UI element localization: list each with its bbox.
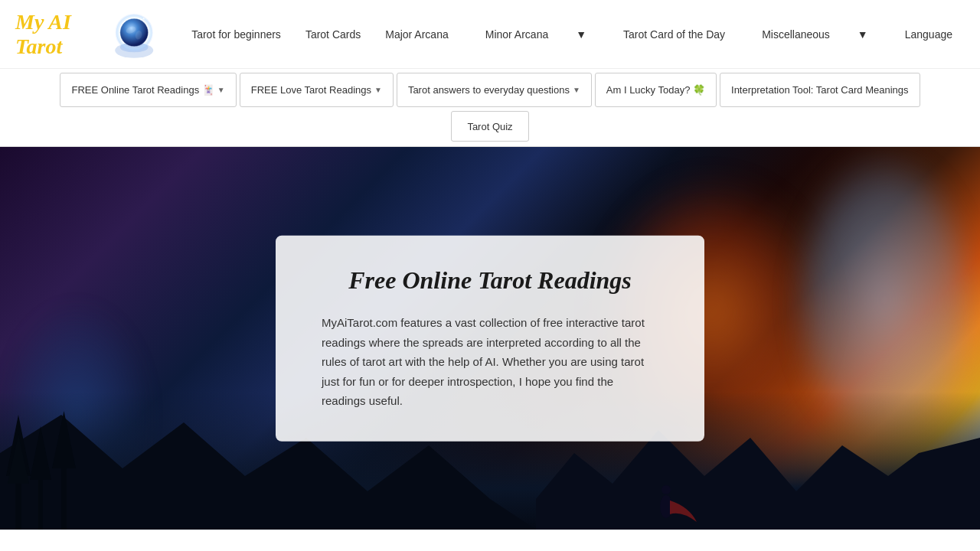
- nav-item-minor-arcana[interactable]: Minor Arcana ▼: [461, 0, 611, 69]
- nav-item-cards[interactable]: Tarot Cards: [293, 0, 373, 69]
- logo-globe-icon: [112, 8, 156, 61]
- svg-rect-18: [61, 465, 67, 530]
- svg-point-8: [142, 18, 144, 19]
- top-nav-list: Tarot for beginners Tarot Cards Major Ar…: [179, 0, 965, 69]
- chevron-down-icon: ▼: [573, 86, 580, 94]
- nav-interpretation-tool[interactable]: Interpretation Tool: Tarot Card Meanings: [720, 73, 920, 107]
- svg-point-21: [662, 485, 671, 494]
- nav-tarot-quiz[interactable]: Tarot Quiz: [451, 111, 528, 142]
- nav-item-miscellaneous[interactable]: Miscellaneous ▼: [737, 0, 893, 69]
- nav-free-love-readings[interactable]: FREE Love Tarot Readings ▼: [240, 73, 394, 107]
- nav-link-language[interactable]: Language: [893, 0, 965, 69]
- chevron-down-icon: ▼: [845, 0, 880, 69]
- hero-description: MyAiTarot.com features a vast collection…: [322, 313, 658, 411]
- second-nav-row2: Tarot Quiz: [0, 111, 980, 146]
- chevron-down-icon: ▼: [564, 0, 599, 69]
- svg-point-2: [120, 18, 149, 47]
- hero-title: Free Online Tarot Readings: [322, 266, 658, 295]
- chevron-down-icon: ▼: [217, 86, 225, 94]
- nav-item-beginners[interactable]: Tarot for beginners: [179, 0, 293, 69]
- nav-link-minor-arcana[interactable]: Minor Arcana ▼: [461, 0, 611, 69]
- logo-text: My AI Tarot: [15, 10, 106, 59]
- svg-rect-16: [38, 476, 43, 530]
- bottom-section: A Brief Introduction to: [0, 530, 980, 551]
- svg-point-9: [148, 27, 149, 28]
- logo-link[interactable]: My AI Tarot: [15, 8, 156, 61]
- hero-section: Free Online Tarot Readings MyAiTarot.com…: [0, 147, 980, 530]
- nav-item-major-arcana[interactable]: Major Arcana: [373, 0, 460, 69]
- nav-item-language[interactable]: Language: [893, 0, 965, 69]
- nav-everyday-questions[interactable]: Tarot answers to everyday questions ▼: [397, 73, 592, 107]
- top-navigation: My AI Tarot: [0, 0, 980, 69]
- svg-point-10: [119, 34, 120, 35]
- nav-link-card-of-day[interactable]: Tarot Card of the Day: [611, 0, 737, 69]
- nav-link-cards[interactable]: Tarot Cards: [293, 0, 373, 69]
- nav-link-beginners[interactable]: Tarot for beginners: [179, 0, 293, 69]
- nav-free-tarot-readings[interactable]: FREE Online Tarot Readings 🃏 ▼: [60, 73, 236, 107]
- nav-link-miscellaneous[interactable]: Miscellaneous ▼: [737, 0, 893, 69]
- nav-link-major-arcana[interactable]: Major Arcana: [373, 0, 460, 69]
- second-navigation: FREE Online Tarot Readings 🃏 ▼ FREE Love…: [0, 69, 980, 147]
- nav-lucky-today[interactable]: Am I Lucky Today? 🍀: [595, 73, 717, 107]
- svg-marker-12: [536, 430, 980, 530]
- hero-card: Free Online Tarot Readings MyAiTarot.com…: [276, 236, 704, 442]
- svg-point-7: [124, 21, 126, 22]
- nav-item-card-of-day[interactable]: Tarot Card of the Day: [611, 0, 737, 69]
- chevron-down-icon: ▼: [374, 86, 382, 94]
